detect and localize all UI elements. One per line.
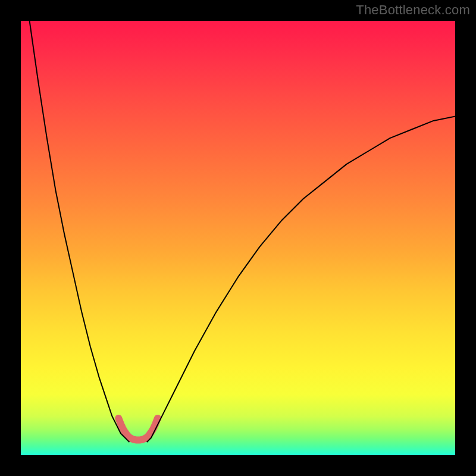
- left-branch-path: [30, 21, 130, 442]
- right-branch-path: [147, 117, 455, 443]
- plot-area: [21, 21, 455, 455]
- curve-layer: [21, 21, 455, 455]
- watermark-text: TheBottleneck.com: [356, 2, 470, 18]
- chart-frame: TheBottleneck.com: [0, 0, 476, 476]
